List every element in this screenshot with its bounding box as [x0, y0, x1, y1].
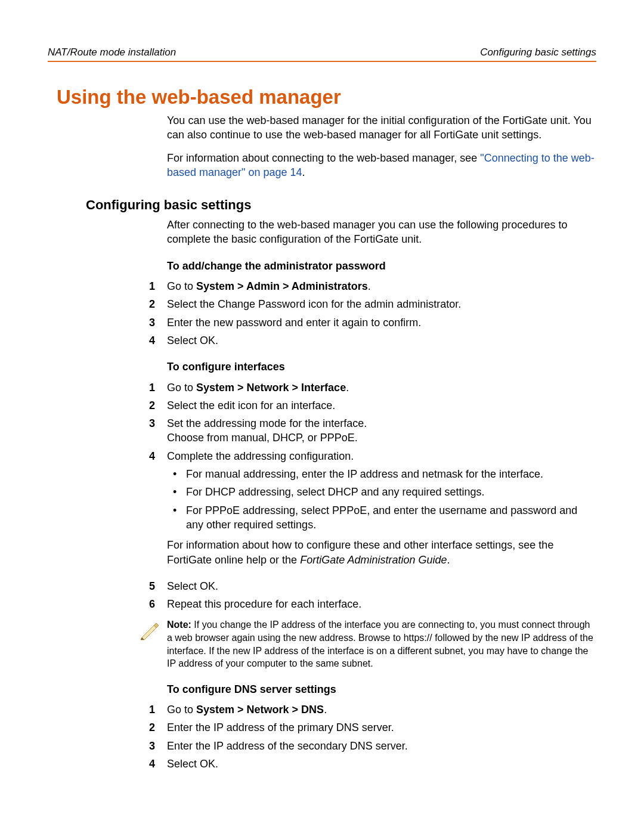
page-title: Using the web-based manager [57, 86, 596, 109]
intro-p2-prefix: For information about connecting to the … [167, 152, 480, 164]
step-number: 1 [149, 702, 167, 717]
step: 2 Select the edit icon for an interface. [149, 398, 596, 413]
text: . [324, 704, 327, 716]
step-number: 4 [149, 333, 167, 348]
text: Choose from manual, DHCP, or PPPoE. [167, 432, 358, 444]
text: Go to [167, 382, 196, 394]
step: 1 Go to System > Network > Interface. [149, 380, 596, 395]
menu-path: System > Admin > Administrators [196, 280, 368, 292]
text: Complete the addressing configuration. [167, 450, 354, 462]
step-text: Enter the new password and enter it agai… [167, 315, 596, 330]
step-number: 1 [149, 380, 167, 395]
step: 1 Go to System > Network > DNS. [149, 702, 596, 717]
step: 5 Select OK. [149, 579, 596, 593]
step-text: Go to System > Network > Interface. [167, 380, 596, 395]
text: Go to [167, 280, 196, 292]
text: Go to [167, 704, 196, 716]
step: 4 Select OK. [149, 757, 596, 771]
step: 3 Enter the IP address of the secondary … [149, 739, 596, 753]
step-text: Select OK. [167, 757, 596, 771]
note-label: Note: [167, 620, 194, 630]
step-number: 4 [149, 757, 167, 771]
step-text: Select OK. [167, 333, 596, 348]
procedure-title: To configure interfaces [167, 360, 596, 374]
intro-p2: For information about connecting to the … [167, 151, 596, 180]
document-page: NAT/Route mode installation Configuring … [0, 0, 644, 833]
step-number: 2 [149, 720, 167, 735]
step-number: 6 [149, 597, 167, 611]
bullet-item: • For PPPoE addressing, select PPPoE, an… [173, 503, 596, 532]
procedure-title: To add/change the administrator password [167, 259, 596, 273]
step-number: 3 [149, 315, 167, 330]
section-heading: Configuring basic settings [86, 197, 596, 213]
bullet-text: For PPPoE addressing, select PPPoE, and … [186, 503, 596, 532]
step-text: Select OK. [167, 579, 596, 593]
procedure-title: To configure DNS server settings [167, 682, 596, 696]
book-title: FortiGate Administration Guide [300, 554, 447, 566]
intro-p2-suffix: . [302, 166, 305, 178]
intro-block: You can use the web-based manager for th… [167, 113, 596, 179]
text: . [368, 280, 371, 292]
section-body: After connecting to the web-based manage… [167, 218, 596, 771]
step-note: For information about how to configure t… [167, 538, 596, 567]
step-number: 3 [149, 739, 167, 753]
step-number: 5 [149, 579, 167, 593]
step-text: Complete the addressing configuration. •… [167, 449, 596, 575]
step-text: Go to System > Admin > Administrators. [167, 279, 596, 293]
step-text: Select the Change Password icon for the … [167, 297, 596, 311]
bullet-text: For DHCP addressing, select DHCP and any… [186, 485, 596, 499]
menu-path: System > Network > DNS [196, 704, 324, 716]
bullet-icon: • [173, 485, 186, 499]
bullet-item: • For manual addressing, enter the IP ad… [173, 467, 596, 481]
step-number: 1 [149, 279, 167, 293]
intro-p1: You can use the web-based manager for th… [167, 113, 596, 143]
step: 2 Enter the IP address of the primary DN… [149, 720, 596, 735]
text: . [346, 382, 349, 394]
text: Set the addressing mode for the interfac… [167, 417, 367, 429]
menu-path: System > Network > Interface [196, 382, 346, 394]
page-header: NAT/Route mode installation Configuring … [48, 47, 596, 62]
step: 6 Repeat this procedure for each interfa… [149, 597, 596, 611]
step-text: Repeat this procedure for each interface… [167, 597, 596, 611]
step-text: Enter the IP address of the primary DNS … [167, 720, 596, 735]
step-number: 2 [149, 398, 167, 413]
bullet-text: For manual addressing, enter the IP addr… [186, 467, 596, 481]
bullet-icon: • [173, 467, 186, 481]
section-intro: After connecting to the web-based manage… [167, 218, 596, 247]
step-number: 2 [149, 297, 167, 311]
step: 3 Set the addressing mode for the interf… [149, 416, 596, 445]
step-text: Go to System > Network > DNS. [167, 702, 596, 717]
step-number: 4 [149, 449, 167, 575]
step: 2 Select the Change Password icon for th… [149, 297, 596, 311]
note-icon [138, 618, 167, 645]
note-text: Note: If you change the IP address of th… [167, 618, 596, 670]
step-text: Enter the IP address of the secondary DN… [167, 739, 596, 753]
step-text: Select the edit icon for an interface. [167, 398, 596, 413]
bullet-icon: • [173, 503, 186, 532]
note-block: Note: If you change the IP address of th… [138, 618, 596, 670]
step-number: 3 [149, 416, 167, 445]
step: 4 Complete the addressing configuration.… [149, 449, 596, 575]
text: . [447, 554, 450, 566]
step: 3 Enter the new password and enter it ag… [149, 315, 596, 330]
step-text: Set the addressing mode for the interfac… [167, 416, 596, 445]
bullet-item: • For DHCP addressing, select DHCP and a… [173, 485, 596, 499]
header-left: NAT/Route mode installation [48, 47, 176, 58]
step: 4 Select OK. [149, 333, 596, 348]
note-body: If you change the IP address of the inte… [167, 620, 593, 668]
header-right: Configuring basic settings [480, 47, 596, 58]
step: 1 Go to System > Admin > Administrators. [149, 279, 596, 293]
